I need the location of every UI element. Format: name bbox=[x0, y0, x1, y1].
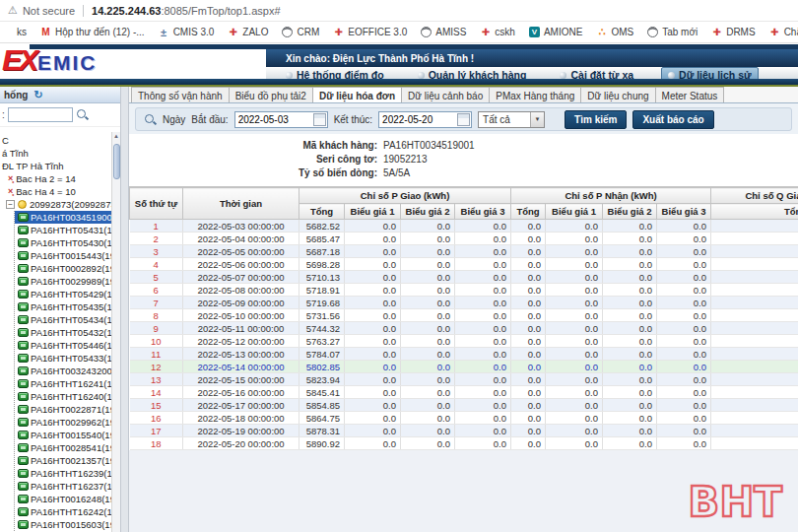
tree-meter-item[interactable]: PA16HT0029989(190 bbox=[15, 275, 111, 288]
table-row[interactable]: 4 2022-05-06 00:00:00 5698.28 0.0 0.0 0.… bbox=[130, 258, 798, 271]
tree-meter-item[interactable]: PA16HT0028541(190 bbox=[15, 441, 111, 454]
tree-meter-item[interactable]: PA16HT0021357(190 bbox=[15, 454, 111, 467]
tree-root-node[interactable]: C bbox=[0, 134, 111, 147]
table-row[interactable]: 12 2022-05-14 00:00:00 5802.85 0.0 0.0 0… bbox=[130, 361, 798, 373]
tree-meter-item[interactable]: PA16HTHT16239(19C bbox=[15, 467, 111, 480]
scroll-up-arrow-icon[interactable] bbox=[112, 132, 120, 141]
sidebar-splitter[interactable] bbox=[120, 87, 129, 532]
bookmark-item[interactable]: Hộp thư đến (12) -... bbox=[40, 27, 145, 37]
tree-meter-item[interactable]: PA16HT0032432001( bbox=[15, 365, 111, 377]
p-giao-bg1-cell: 0.0 bbox=[345, 373, 401, 386]
tree-meter-item[interactable]: PA16HTHT05431(19C bbox=[15, 224, 111, 236]
tree-meter-item[interactable]: PA16HT0015443(190 bbox=[15, 249, 111, 262]
type-select[interactable]: Tất cả bbox=[478, 111, 545, 128]
bookmark-item[interactable]: EOFFICE 3.0 bbox=[333, 27, 407, 37]
table-row[interactable]: 6 2022-05-08 00:00:00 5718.91 0.0 0.0 0.… bbox=[130, 284, 798, 297]
tab[interactable]: Dữ liệu cảnh báo bbox=[401, 87, 490, 102]
customer-info-row: Tỷ số biến dòng: 5A/5A bbox=[129, 166, 798, 180]
tree-meter-label: PA16HTHT16242(19C bbox=[31, 505, 111, 518]
meter-icon bbox=[18, 238, 29, 247]
bookmark-item[interactable]: AMISS bbox=[421, 27, 466, 37]
tree-root-node[interactable]: ĐL TP Hà Tĩnh bbox=[0, 160, 111, 172]
meter-icon bbox=[18, 456, 29, 465]
search-icon[interactable] bbox=[76, 108, 89, 121]
table-row[interactable]: 3 2022-05-05 00:00:00 5687.18 0.0 0.0 0.… bbox=[130, 245, 798, 258]
tree-meter-item[interactable]: PA16HTHT05446(19C bbox=[15, 339, 111, 352]
tree-scrollbar-thumb[interactable] bbox=[113, 144, 120, 179]
bookmark-item[interactable]: ks bbox=[2, 27, 27, 37]
bookmark-item[interactable]: DRMS bbox=[711, 27, 755, 37]
tree-search-input[interactable] bbox=[8, 107, 73, 122]
bookmark-item[interactable]: Tab mới bbox=[647, 27, 698, 37]
p-giao-bg2-cell: 0.0 bbox=[401, 284, 455, 297]
meter-icon bbox=[18, 379, 29, 388]
bookmark-item[interactable]: cskh bbox=[480, 27, 515, 37]
tree-meter-item[interactable]: PA16HTHT16237(19C bbox=[15, 480, 111, 493]
table-row[interactable]: 7 2022-05-09 00:00:00 5719.68 0.0 0.0 0.… bbox=[130, 297, 798, 309]
table-row[interactable]: 15 2022-05-17 00:00:00 5854.85 0.0 0.0 0… bbox=[130, 399, 798, 412]
table-row[interactable]: 2 2022-05-04 00:00:00 5685.47 0.0 0.0 0.… bbox=[130, 233, 798, 245]
bookmark-item[interactable]: CMIS 3.0 bbox=[159, 27, 215, 37]
export-report-button[interactable]: Xuất báo cáo bbox=[632, 110, 713, 129]
table-row[interactable]: 9 2022-05-11 00:00:00 5744.32 0.0 0.0 0.… bbox=[130, 322, 798, 335]
tree-meter-item[interactable]: PA16HTHT16240(19C bbox=[15, 390, 111, 403]
table-row[interactable]: 13 2022-05-15 00:00:00 5823.94 0.0 0.0 0… bbox=[130, 373, 798, 386]
tree-meter-item[interactable]: PA16HT0029962(190 bbox=[15, 416, 111, 429]
start-date-input[interactable] bbox=[235, 114, 312, 125]
tree-meter-item[interactable]: PA16HT0015540(190 bbox=[15, 429, 111, 441]
bookmark-item[interactable]: AMIONE bbox=[529, 27, 582, 37]
bookmark-item[interactable]: OMS bbox=[596, 27, 633, 37]
p-nhan-bg2-cell: 0.0 bbox=[603, 233, 657, 245]
table-row[interactable]: 17 2022-05-19 00:00:00 5878.31 0.0 0.0 0… bbox=[130, 425, 798, 437]
tree-meter-item[interactable]: PA16HT0002892(190 bbox=[15, 262, 111, 275]
p-giao-bg1-cell: 0.0 bbox=[345, 425, 401, 437]
tree-meter-item[interactable]: PA16HTHT16241(19C bbox=[15, 377, 111, 390]
timestamp-cell: 2022-05-04 00:00:00 bbox=[183, 233, 299, 245]
tree-meter-item[interactable]: PA16HT0034519001( bbox=[15, 211, 111, 224]
calendar-icon[interactable] bbox=[313, 113, 326, 126]
table-row[interactable]: 14 2022-05-16 00:00:00 5845.41 0.0 0.0 0… bbox=[130, 386, 798, 399]
tree-meter-item[interactable]: PA16HTHT16242(19C bbox=[15, 505, 111, 518]
calendar-icon[interactable] bbox=[457, 113, 470, 126]
bookmark-item[interactable]: CRM bbox=[282, 27, 319, 37]
tree-root-node[interactable]: á Tĩnh bbox=[0, 147, 111, 160]
tree-meter-item[interactable]: PA16HTHT05432(19C bbox=[15, 326, 111, 339]
browser-address-bar[interactable]: Not secure 14.225.244.63 :8085/FmTop/top… bbox=[0, 0, 798, 22]
search-button[interactable]: Tìm kiếm bbox=[565, 110, 627, 129]
table-row[interactable]: 8 2022-05-10 00:00:00 5731.56 0.0 0.0 0.… bbox=[130, 309, 798, 322]
bookmark-item[interactable]: Chăm Sóc Khách H... bbox=[769, 27, 798, 37]
table-row[interactable]: 16 2022-05-18 00:00:00 5864.75 0.0 0.0 0… bbox=[130, 412, 798, 425]
tree-meter-item[interactable]: PA16HTHT05430(19C bbox=[15, 236, 111, 249]
tab[interactable]: Dữ liệu chung bbox=[580, 87, 655, 102]
p-nhan-tong-cell: 0.0 bbox=[511, 322, 546, 335]
collapse-icon[interactable] bbox=[6, 200, 15, 209]
tab[interactable]: Biểu đồ phụ tải2 bbox=[229, 87, 313, 102]
p-giao-bg1-cell: 0.0 bbox=[345, 322, 401, 335]
table-row[interactable]: 18 2022-05-20 00:00:00 5890.92 0.0 0.0 0… bbox=[130, 437, 798, 450]
tab[interactable]: Dữ liệu hóa đơn bbox=[312, 87, 402, 102]
tree-meter-item[interactable]: PA16HTHT05434(19C bbox=[15, 313, 111, 326]
tab[interactable]: Thông số vận hành bbox=[131, 87, 230, 102]
not-secure-warning-icon[interactable] bbox=[8, 4, 23, 17]
tree-feeder-node[interactable]: Bac Ha 2 = 14 bbox=[0, 172, 111, 185]
tree-station-node[interactable]: 20992873(20992873) bbox=[0, 198, 111, 211]
table-header: Số thứ tự Thời gian Chỉ số P Giao (kWh) … bbox=[130, 188, 798, 220]
tree-meter-item[interactable]: PA16HT0015603(190 bbox=[15, 518, 111, 531]
p-nhan-bg2-cell: 0.0 bbox=[603, 412, 657, 425]
tree-meter-item[interactable]: PA16HTHT05435(19C bbox=[15, 300, 111, 313]
table-row[interactable]: 1 2022-05-03 00:00:00 5682.52 0.0 0.0 0.… bbox=[130, 220, 798, 233]
tree-meter-item[interactable]: PA16HT0016248(190 bbox=[15, 493, 111, 505]
bookmark-item[interactable]: ZALO bbox=[228, 27, 268, 37]
tree-meter-item[interactable]: PA16HTHT05433(19C bbox=[15, 352, 111, 365]
tab[interactable]: PMax Hàng tháng bbox=[489, 87, 581, 102]
refresh-icon[interactable] bbox=[33, 89, 42, 101]
tab[interactable]: Meter Status bbox=[655, 87, 725, 102]
tree-meter-item[interactable]: PA16HT0022871(190 bbox=[15, 403, 111, 416]
table-row[interactable]: 11 2022-05-13 00:00:00 5784.07 0.0 0.0 0… bbox=[130, 348, 798, 361]
tree-feeder-node[interactable]: Bac Ha 4 = 10 bbox=[0, 185, 111, 198]
table-row[interactable]: 10 2022-05-12 00:00:00 5763.27 0.0 0.0 0… bbox=[130, 335, 798, 348]
tree-meter-item[interactable]: PA16HTHT05429(19C bbox=[15, 288, 111, 300]
table-row[interactable]: 5 2022-05-07 00:00:00 5710.13 0.0 0.0 0.… bbox=[130, 271, 798, 284]
end-date-input[interactable] bbox=[379, 114, 456, 125]
tree-scrollbar[interactable] bbox=[111, 132, 120, 532]
